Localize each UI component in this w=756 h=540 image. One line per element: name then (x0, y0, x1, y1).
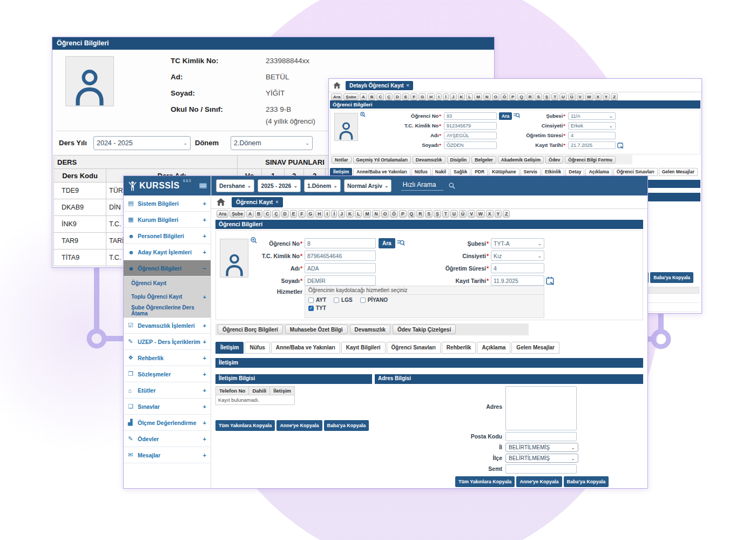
letter-filter-button[interactable]: A (360, 93, 367, 100)
search-icon[interactable] (449, 183, 455, 189)
letter-filter-button[interactable]: O (381, 210, 389, 218)
detail-tab[interactable]: Kayıt Bilgileri (341, 342, 386, 354)
letter-filter-button[interactable]: C (264, 210, 271, 218)
letter-filter-button[interactable]: Ara (331, 93, 342, 100)
checkbox-icon[interactable] (360, 298, 366, 303)
copy-button[interactable]: Anne'ye Kopyala (276, 420, 322, 431)
record-action-button[interactable]: Notlar (332, 156, 352, 164)
detail-tab[interactable]: Kütüphane (489, 168, 519, 176)
detail-tab[interactable]: Gelen Mesajlar (659, 168, 698, 176)
text-input[interactable]: 912345679 (444, 122, 497, 130)
letter-filter-button[interactable]: H (315, 210, 323, 218)
record-action-button[interactable]: Akademik Gelişim (498, 156, 544, 164)
sidebar-item[interactable]: ☑ Devamsızlık İşlemleri + (124, 318, 211, 334)
copy-button[interactable]: Baba'ya Kopyala (650, 272, 693, 283)
checkbox-icon[interactable] (334, 298, 339, 303)
topbar-select[interactable]: Dershane⌄ (216, 179, 254, 192)
text-input[interactable]: DEMİR (305, 275, 376, 286)
topbar-select[interactable]: 2025 - 2026⌄ (258, 179, 301, 192)
sidebar-item[interactable]: ✎ Ödevler + (124, 431, 211, 447)
sidebar-item[interactable]: ▟ Ölçme Değerlendirme + (124, 415, 211, 431)
sidebar-toggle-icon[interactable] (199, 183, 207, 188)
text-input[interactable]: AYŞEGÜL (444, 132, 497, 139)
dropdown-select[interactable]: 11/A⌄ (568, 112, 616, 120)
record-action-button[interactable]: Ödev (545, 156, 563, 164)
letter-filter-button[interactable]: U (559, 93, 567, 100)
detail-tab[interactable]: Detay (565, 168, 584, 176)
detail-tab[interactable]: Servis (521, 168, 541, 176)
letter-filter-button[interactable]: B (368, 93, 376, 100)
sidebar-submenu-item[interactable]: Şube Öğrencilerine Ders Atama (124, 303, 211, 317)
letter-filter-button[interactable]: R (416, 210, 424, 218)
text-input[interactable]: 87964654646 (305, 251, 376, 261)
sidebar-item[interactable]: ❖ Rehberlik + (124, 350, 211, 366)
letter-filter-button[interactable]: A (246, 210, 254, 218)
letter-filter-button[interactable]: L (466, 93, 473, 100)
letter-filter-button[interactable]: F (298, 210, 305, 218)
letter-filter-button[interactable]: D (394, 93, 401, 100)
letter-filter-button[interactable]: B (255, 210, 262, 218)
detail-tab[interactable]: Sağlık (450, 168, 470, 176)
text-input[interactable]: 8 (305, 238, 376, 248)
sidebar-item[interactable]: ✉ Mesajlar + (124, 447, 211, 463)
detail-tab[interactable]: Rehberlik (442, 342, 476, 354)
sidebar-item[interactable]: ⌂ Etütler + (124, 382, 211, 399)
record-action-button[interactable]: Belgeler (471, 156, 496, 164)
detail-tab[interactable]: Anne/Baba ve Yakınları (271, 342, 340, 354)
tab-ogrenci-kayit[interactable]: Öğrenci Kayıt× (232, 197, 283, 207)
letter-filter-button[interactable]: E (290, 210, 298, 218)
service-checkbox[interactable]: LGS (334, 297, 353, 303)
letter-filter-button[interactable]: I (436, 93, 442, 100)
copy-button[interactable]: Baba'ya Kopyala (564, 476, 609, 487)
letter-filter-button[interactable]: Ö (390, 210, 398, 218)
detail-tab[interactable]: Açıklama (585, 168, 612, 176)
record-action-button[interactable]: Ödev Takip Çizelgesi (393, 325, 456, 334)
letter-filter-button[interactable]: Ara (217, 210, 228, 218)
dropdown-select[interactable]: TYT-A⌄ (491, 238, 544, 248)
letter-filter-button[interactable]: Q (408, 210, 416, 218)
detail-tab[interactable]: Öğrenci Sınavları (387, 342, 441, 354)
calendar-icon[interactable] (546, 276, 555, 285)
letter-filter-button[interactable]: S (425, 210, 433, 218)
letter-filter-button[interactable]: D (281, 210, 289, 218)
letter-filter-button[interactable]: X (486, 210, 494, 218)
neighborhood-input[interactable] (505, 464, 577, 474)
letter-filter-button[interactable]: Y (495, 210, 502, 218)
detail-tab[interactable]: Nakil (432, 168, 449, 176)
letter-filter-button[interactable]: Q (517, 93, 525, 100)
tab-detayli-ogrenci-kayit[interactable]: Detaylı Öğrenci Kayıt× (346, 81, 413, 90)
detail-tab[interactable]: Anne/Baba ve Yakınları (353, 168, 410, 176)
sidebar-item[interactable]: ▤ Sistem Bilgileri + (124, 195, 211, 212)
record-action-button[interactable]: Geçmiş Yıl Ortalamaları (353, 156, 411, 164)
letter-filter-button[interactable]: T (442, 210, 449, 218)
sidebar-item[interactable]: ❐ Sözleşmeler + (124, 366, 211, 382)
letter-filter-button[interactable]: Şube (230, 210, 245, 218)
letter-filter-button[interactable]: Z (503, 210, 510, 218)
postal-code-input[interactable] (505, 432, 577, 441)
letter-filter-button[interactable]: P (509, 93, 516, 100)
province-select[interactable]: BELİRTİLMEMİŞ⌄ (505, 443, 578, 452)
letter-filter-button[interactable]: J (450, 93, 456, 100)
letter-filter-button[interactable]: W (585, 93, 593, 100)
sidebar-item[interactable]: ❏ Sınavlar + (124, 399, 211, 415)
detail-tab[interactable]: Gelen Mesajlar (511, 342, 559, 354)
letter-filter-button[interactable]: K (458, 93, 465, 100)
letter-filter-button[interactable]: U (450, 210, 458, 218)
checkbox-icon[interactable] (308, 298, 314, 303)
record-action-button[interactable]: Öğrenci Borç Bilgileri (218, 325, 283, 334)
close-icon[interactable]: × (275, 199, 278, 205)
letter-filter-button[interactable]: O (492, 93, 500, 100)
record-action-button[interactable]: Muhasebe Özet Bilgi (285, 325, 348, 334)
calendar-icon[interactable] (617, 142, 624, 148)
service-checkbox[interactable]: PİYANO (360, 297, 388, 303)
detail-tab[interactable]: PDR (471, 168, 488, 176)
sidebar-item[interactable]: ☻ Personel Bilgileri + (124, 228, 211, 244)
detail-tab[interactable]: Açıklama (477, 342, 510, 354)
home-icon[interactable] (217, 198, 225, 206)
sidebar-submenu-item[interactable]: Öğrenci Kayıt (124, 276, 211, 290)
dropdown-select[interactable]: Erkek⌄ (568, 122, 616, 130)
detail-tab[interactable]: Etkinlik (542, 168, 564, 176)
term-select[interactable]: 2.Dönem⌄ (231, 136, 313, 150)
text-input[interactable]: 4 (568, 132, 616, 139)
detail-tab[interactable]: İletişim (215, 342, 244, 354)
